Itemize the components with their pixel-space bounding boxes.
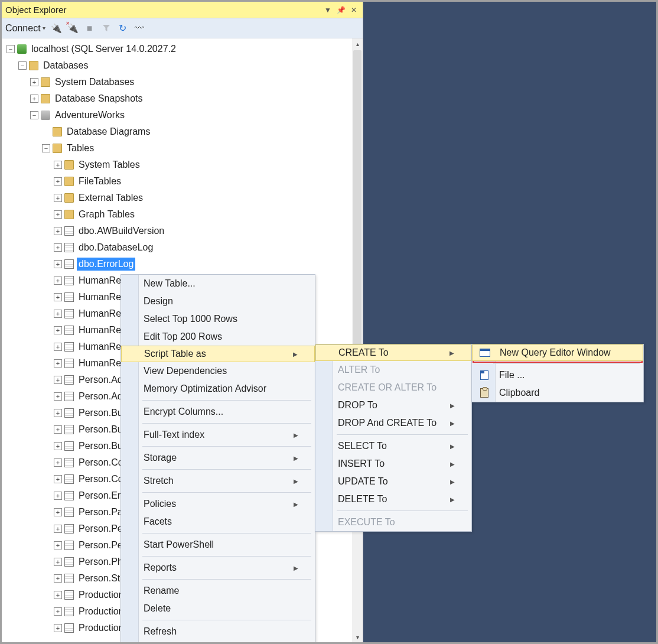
menu-item-file[interactable]: File ...	[472, 366, 643, 384]
tree-label: dbo.AWBuildVersion	[77, 225, 166, 237]
tree-node-graph-tables[interactable]: Graph Tables	[4, 206, 363, 223]
expand-icon[interactable]	[54, 425, 62, 434]
menu-item-insert-to[interactable]: INSERT To▶	[315, 455, 471, 473]
folder-icon	[41, 94, 50, 103]
expand-icon[interactable]	[54, 376, 62, 384]
menu-item-delete-to[interactable]: DELETE To▶	[315, 490, 471, 508]
tree-node-system-databases[interactable]: System Databases	[4, 74, 363, 90]
menu-item-reports[interactable]: Reports▶	[121, 559, 315, 577]
tree-node-tables[interactable]: Tables	[4, 140, 363, 157]
expand-icon[interactable]	[54, 260, 62, 268]
tree-node-table[interactable]: dbo.DatabaseLog	[4, 239, 363, 256]
expand-icon[interactable]	[42, 144, 50, 152]
menu-item-refresh[interactable]: Refresh	[121, 623, 315, 640]
expand-icon[interactable]	[30, 111, 38, 119]
menu-item-encrypt-columns[interactable]: Encrypt Columns...	[121, 403, 315, 421]
chevron-right-icon: ▶	[294, 455, 298, 461]
expand-icon[interactable]	[54, 243, 62, 252]
expand-icon[interactable]	[54, 293, 62, 301]
expand-icon[interactable]	[54, 326, 62, 334]
menu-item-design[interactable]: Design	[121, 292, 315, 310]
menu-item-rename[interactable]: Rename	[121, 582, 315, 600]
expand-icon[interactable]	[54, 392, 62, 401]
expand-icon[interactable]	[54, 624, 62, 632]
expand-icon[interactable]	[54, 343, 62, 351]
activity-icon[interactable]: 〰	[134, 23, 145, 34]
panel-dropdown-icon[interactable]: ▼	[323, 5, 333, 15]
expand-icon[interactable]	[54, 508, 62, 516]
scroll-down-icon[interactable]: ▾	[352, 632, 363, 642]
table-icon	[64, 342, 74, 352]
expand-icon[interactable]	[54, 492, 62, 500]
tree-node-table[interactable]: dbo.AWBuildVersion	[4, 223, 363, 239]
menu-item-edit-top-200[interactable]: Edit Top 200 Rows	[121, 328, 315, 346]
connect-button[interactable]: Connect	[5, 23, 45, 34]
menu-item-drop-to[interactable]: DROP To▶	[315, 396, 471, 414]
expand-icon[interactable]	[18, 61, 27, 70]
menu-item-facets[interactable]: Facets	[121, 513, 315, 531]
expand-icon[interactable]	[54, 409, 62, 417]
disconnect-icon[interactable]: 🔌×	[68, 23, 79, 34]
vertical-scrollbar[interactable]: ▴ ▾	[352, 38, 363, 642]
expand-icon[interactable]	[54, 442, 62, 450]
menu-item-memory-optimization[interactable]: Memory Optimization Advisor	[121, 380, 315, 398]
table-icon	[64, 425, 74, 434]
filter-icon[interactable]	[101, 23, 112, 34]
menu-item-policies[interactable]: Policies▶	[121, 495, 315, 513]
menu-item-select-to[interactable]: SELECT To▶	[315, 437, 471, 455]
scroll-up-icon[interactable]: ▴	[352, 38, 363, 49]
tree-node-diagrams[interactable]: Database Diagrams	[4, 123, 363, 140]
tree-node-filetables[interactable]: FileTables	[4, 173, 363, 190]
menu-item-view-dependencies[interactable]: View Dependencies	[121, 362, 315, 380]
connect-icon[interactable]: 🔌	[51, 23, 62, 34]
close-icon[interactable]: ✕	[348, 5, 359, 15]
menu-item-new-query-editor-window[interactable]: New Query Editor Window	[472, 344, 643, 361]
scrollbar-thumb[interactable]	[353, 50, 361, 357]
expand-icon[interactable]	[54, 475, 62, 483]
tree-node-external-tables[interactable]: External Tables	[4, 190, 363, 206]
expand-icon[interactable]	[54, 558, 62, 566]
expand-icon[interactable]	[54, 458, 62, 467]
expand-icon[interactable]	[54, 541, 62, 549]
expand-icon[interactable]	[30, 78, 38, 86]
tree-node-databases[interactable]: Databases	[4, 57, 363, 74]
menu-item-drop-and-create-to[interactable]: DROP And CREATE To▶	[315, 414, 471, 432]
tree-node-server[interactable]: localhost (SQL Server 14.0.2027.2	[4, 41, 363, 57]
expand-icon[interactable]	[54, 607, 62, 616]
menu-item-update-to[interactable]: UPDATE To▶	[315, 473, 471, 490]
menu-item-fulltext-index[interactable]: Full-Text index▶	[121, 426, 315, 444]
menu-separator	[142, 492, 311, 493]
menu-item-storage[interactable]: Storage▶	[121, 449, 315, 467]
menu-item-create-to[interactable]: CREATE To▶	[315, 344, 471, 361]
menu-item-script-table-as[interactable]: Script Table as▶	[121, 346, 315, 362]
expand-icon[interactable]	[54, 310, 62, 318]
menu-item-clipboard[interactable]: Clipboard	[472, 384, 643, 402]
tree-label: Database Diagrams	[65, 125, 152, 138]
tree-node-snapshots[interactable]: Database Snapshots	[4, 90, 363, 107]
tree-node-table-selected[interactable]: dbo.ErrorLog	[4, 256, 363, 272]
expand-icon[interactable]	[6, 45, 15, 53]
menu-item-delete[interactable]: Delete	[121, 600, 315, 617]
menu-item-start-powershell[interactable]: Start PowerShell	[121, 536, 315, 554]
menu-item-select-top-1000[interactable]: Select Top 1000 Rows	[121, 310, 315, 328]
expand-icon[interactable]	[54, 161, 62, 169]
expand-icon[interactable]	[54, 574, 62, 583]
expand-icon[interactable]	[54, 359, 62, 367]
tree-label: Person.Em	[77, 489, 127, 502]
tree-node-adventureworks[interactable]: AdventureWorks	[4, 107, 363, 123]
menu-item-properties[interactable]: Properties	[121, 640, 315, 644]
expand-icon[interactable]	[54, 277, 62, 285]
menu-item-new-table[interactable]: New Table...	[121, 275, 315, 292]
expand-icon[interactable]	[54, 227, 62, 235]
expand-icon[interactable]	[54, 194, 62, 202]
expand-icon[interactable]	[54, 177, 62, 186]
tree-label: System Databases	[53, 76, 136, 88]
tree-node-system-tables[interactable]: System Tables	[4, 157, 363, 173]
menu-item-stretch[interactable]: Stretch▶	[121, 472, 315, 490]
pin-icon[interactable]: 📌	[335, 5, 346, 15]
expand-icon[interactable]	[54, 210, 62, 219]
expand-icon[interactable]	[30, 95, 38, 103]
expand-icon[interactable]	[54, 525, 62, 533]
expand-icon[interactable]	[54, 591, 62, 599]
refresh-icon[interactable]: ↻	[118, 23, 128, 34]
